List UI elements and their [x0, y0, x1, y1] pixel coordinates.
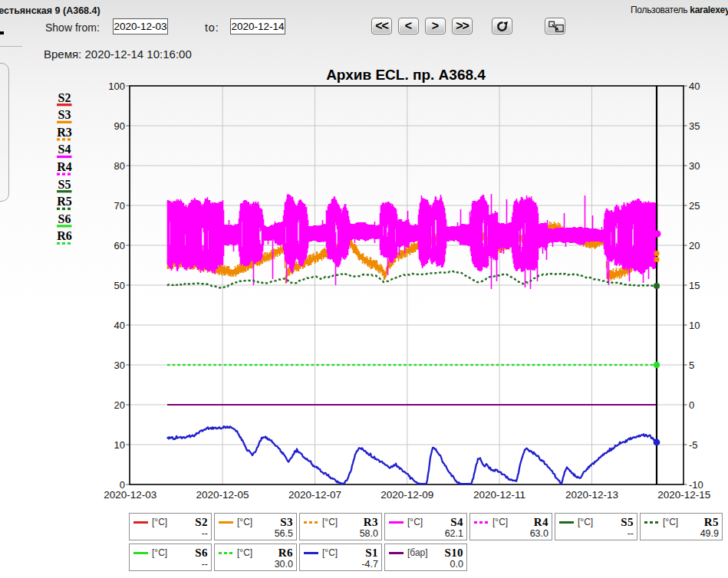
svg-text:20: 20 [114, 399, 125, 411]
svg-text:2020-12-15: 2020-12-15 [657, 489, 710, 501]
svg-text:30: 30 [114, 360, 125, 371]
svg-text:10: 10 [114, 439, 125, 451]
svg-text:2020-12-03: 2020-12-03 [104, 489, 156, 501]
svg-text:20: 20 [689, 240, 700, 251]
svg-text:80: 80 [114, 160, 125, 172]
svg-text:30: 30 [689, 160, 700, 172]
svg-text:60: 60 [114, 240, 125, 251]
svg-text:S5: S5 [58, 178, 71, 191]
svg-text:40: 40 [689, 80, 700, 92]
svg-text:S6: S6 [58, 212, 71, 225]
svg-text:-5: -5 [689, 439, 698, 451]
svg-text:R4: R4 [57, 160, 72, 173]
svg-text:90: 90 [114, 120, 125, 132]
svg-text:10: 10 [689, 320, 700, 331]
svg-text:R3: R3 [57, 126, 72, 139]
svg-text:Архив ECL. пр. А368.4: Архив ECL. пр. А368.4 [326, 67, 486, 83]
svg-text:15: 15 [689, 280, 700, 291]
svg-text:2020-12-07: 2020-12-07 [288, 489, 341, 501]
svg-text:S2: S2 [58, 91, 71, 104]
svg-text:25: 25 [689, 200, 700, 212]
svg-text:50: 50 [114, 280, 125, 291]
svg-text:35: 35 [689, 120, 700, 132]
svg-text:R5: R5 [57, 195, 72, 208]
svg-text:5: 5 [689, 360, 694, 371]
svg-text:2020-12-05: 2020-12-05 [196, 489, 249, 501]
svg-text:0: 0 [689, 399, 694, 411]
svg-text:40: 40 [114, 320, 125, 331]
svg-text:2020-12-09: 2020-12-09 [380, 489, 433, 501]
svg-text:2020-12-13: 2020-12-13 [565, 489, 618, 501]
svg-text:100: 100 [108, 80, 125, 92]
svg-text:R6: R6 [57, 229, 72, 242]
svg-text:S4: S4 [58, 143, 71, 156]
svg-text:2020-12-11: 2020-12-11 [473, 489, 525, 501]
svg-text:S3: S3 [58, 108, 71, 121]
svg-text:70: 70 [114, 200, 125, 212]
